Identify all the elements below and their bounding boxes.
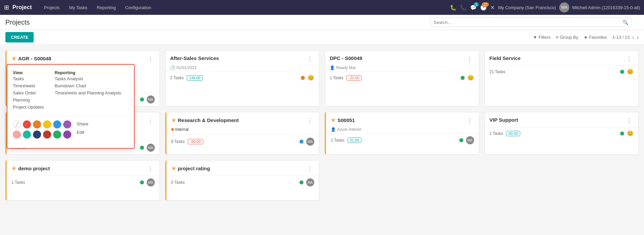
card-title-dpc: DPC - S00049: [330, 55, 362, 61]
color-blue[interactable]: [53, 120, 61, 128]
time-badge-vip: 00:30: [506, 131, 520, 136]
color-green[interactable]: [53, 130, 61, 139]
nav-reporting[interactable]: Reporting: [93, 3, 120, 12]
bug-icon[interactable]: 🐛: [450, 4, 457, 11]
color-palette: ╱: [13, 120, 71, 139]
star-research[interactable]: ★: [171, 117, 176, 123]
group-by-button[interactable]: ≡ Group By: [556, 35, 578, 40]
tasks-count-vip: 1 Tasks 00:30: [490, 131, 520, 136]
card-menu-trigger-rating[interactable]: ⋮: [306, 165, 314, 173]
title-text-rating: project rating: [178, 166, 210, 171]
card-menu-trigger-renovations[interactable]: ⋮: [146, 117, 155, 124]
footer-right-s00051: MA: [459, 136, 474, 144]
card-menu-trigger-agr[interactable]: ⋮: [146, 55, 155, 63]
card-title-agr: ★ AGR - S00048: [11, 55, 51, 62]
color-navy[interactable]: [33, 130, 41, 139]
messages-badge: 5: [474, 2, 479, 7]
card-title-demo: ★ demo project: [11, 165, 50, 172]
project-card-field-service: Field Service ⋮ 21 Tasks 😊: [485, 50, 639, 107]
color-dark-red[interactable]: [43, 130, 51, 139]
search-icon: 🔍: [622, 20, 628, 25]
user-avatar-s00051: MA: [466, 136, 474, 144]
card-menu-trigger-field-service[interactable]: ⋮: [625, 55, 634, 63]
card-menu-trigger-dpc[interactable]: ⋮: [465, 55, 474, 63]
menu-timesheets-planning[interactable]: Timesheets and Planning Analysis: [55, 89, 121, 96]
card-footer-vip: 1 Tasks 00:30 😊: [485, 127, 639, 139]
card-menu-trigger-s00051[interactable]: ⋮: [465, 117, 474, 124]
smiley-after-sales: 😊: [308, 75, 314, 81]
app-name: Project: [12, 4, 32, 11]
phone-icon[interactable]: 📞: [460, 4, 467, 11]
star-s00051[interactable]: ★: [331, 117, 335, 123]
card-menu-trigger-after-sales[interactable]: ⋮: [306, 55, 314, 63]
user-menu[interactable]: MA Mitchell Admin (12016339-15-0-all): [559, 2, 640, 12]
card-header-rating: ★ project rating ⋮: [167, 160, 319, 175]
smiley-vip: 😊: [627, 130, 634, 137]
card-title-research: ★ Research & Development: [171, 117, 239, 123]
project-card-s00051: ★ S00051 ⋮ 👤 Azure Interior 1 Tasks 01:0…: [325, 112, 479, 155]
project-card-research: ★ Research & Development ⋮ Internal 8 Ta…: [165, 112, 320, 155]
nav-configuration[interactable]: Configuration: [121, 3, 155, 12]
color-pink-light[interactable]: [13, 130, 21, 139]
card-menu-trigger-vip[interactable]: ⋮: [625, 117, 634, 124]
star-demo[interactable]: ★: [11, 165, 16, 172]
star-agr[interactable]: ★: [11, 55, 16, 62]
color-teal[interactable]: [23, 130, 31, 139]
status-dot-after-sales: [301, 76, 305, 80]
search-input[interactable]: [434, 20, 622, 25]
next-page[interactable]: ›: [637, 34, 639, 40]
menu-burndown-chart[interactable]: Burndown Chart: [55, 82, 121, 89]
close-icon[interactable]: ✕: [490, 4, 495, 11]
chat-icon[interactable]: 💬 5: [470, 4, 477, 11]
card-header-after-sales: After-Sales Services ⋮: [166, 51, 319, 65]
menu-actions: Share Edit: [77, 120, 88, 136]
status-dot-field-service: [620, 70, 624, 74]
user-avatar: MA: [559, 2, 569, 12]
grid-icon[interactable]: ⊞: [4, 4, 9, 11]
menu-tasks[interactable]: Tasks: [13, 75, 44, 82]
toolbar-left: CREATE: [5, 32, 34, 42]
title-text-after-sales: After-Sales Services: [170, 55, 219, 61]
menu-project-updates[interactable]: Project Updates: [13, 104, 44, 111]
title-text-dpc: DPC - S00049: [330, 55, 362, 61]
favorites-button[interactable]: ★ Favorites: [584, 35, 607, 40]
color-red[interactable]: [23, 120, 31, 128]
time-badge-dpc: -22:00: [347, 75, 362, 81]
search-bar[interactable]: 🔍: [430, 18, 632, 27]
menu-planning[interactable]: Planning: [13, 96, 44, 104]
nav-projects[interactable]: Projects: [40, 3, 64, 12]
menu-timesheets[interactable]: Timesheets: [13, 82, 44, 89]
title-text-s00051: S00051: [337, 117, 355, 123]
color-none[interactable]: ╱: [13, 120, 21, 128]
tag-label-internal-research: Internal: [175, 127, 189, 132]
color-purple-dark[interactable]: [63, 120, 71, 128]
color-yellow[interactable]: [43, 120, 51, 128]
project-card-demo: ★ demo project ⋮ 1 Tasks MA: [5, 160, 160, 201]
card-header-s00051: ★ S00051 ⋮: [326, 112, 479, 127]
card-menu-trigger-research[interactable]: ⋮: [306, 117, 314, 124]
customer-dpc: Ready Mat: [336, 65, 356, 70]
card-title-field-service: Field Service: [490, 55, 521, 61]
pagination-text: 1-13 / 13: [612, 35, 630, 40]
menu-sections: View Tasks Timesheets Sales Order Planni…: [13, 70, 129, 111]
create-button[interactable]: CREATE: [5, 32, 34, 42]
edit-button[interactable]: Edit: [77, 129, 88, 136]
menu-sales-order[interactable]: Sales Order: [13, 89, 44, 96]
share-button[interactable]: Share: [77, 120, 88, 127]
filters-button[interactable]: ▼ Filters: [533, 35, 550, 40]
color-orange[interactable]: [33, 120, 41, 128]
prev-page[interactable]: ‹: [632, 34, 634, 40]
card-header-agr: ★ AGR - S00048 ⋮: [7, 51, 159, 65]
user-avatar-demo: MA: [147, 178, 155, 186]
menu-bottom: ╱ Share: [13, 120, 129, 143]
star-rating[interactable]: ★: [171, 165, 176, 172]
activity-icon[interactable]: 🕐 27: [480, 4, 487, 11]
color-purple[interactable]: [63, 130, 71, 139]
toolbar: CREATE ▼ Filters ≡ Group By ★ Favorites …: [0, 30, 644, 45]
card-menu-trigger-demo[interactable]: ⋮: [146, 165, 155, 173]
nav-my-tasks[interactable]: My Tasks: [65, 3, 92, 12]
company-name: My Company (San Francisco): [498, 5, 556, 10]
menu-tasks-analysis[interactable]: Tasks Analysis: [55, 75, 121, 82]
tasks-count-s00051: 1 Tasks 01:00: [331, 138, 361, 143]
subheader: Projects 🔍: [0, 15, 644, 30]
